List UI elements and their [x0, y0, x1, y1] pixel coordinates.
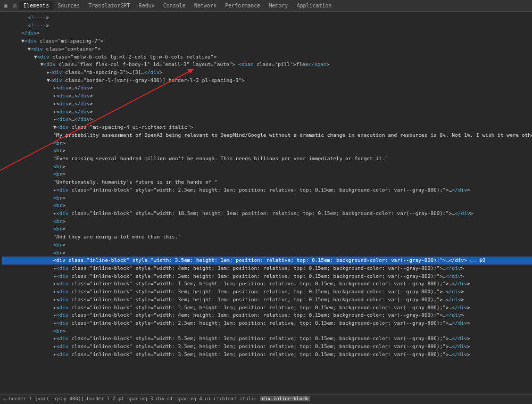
devtools-tab-elements[interactable]: Elements — [19, 1, 53, 10]
inspect-icon[interactable]: ▣ — [2, 3, 10, 9]
devtools-tab-application[interactable]: Application — [292, 1, 336, 10]
device-icon[interactable]: ⧉ — [11, 3, 18, 9]
devtools-tab-memory[interactable]: Memory — [264, 1, 292, 10]
devtools-tabbar: ▣ ⧉ ElementsSourcesTranslatorGPTReduxCon… — [0, 0, 532, 12]
devtools-tab-console[interactable]: Console — [159, 1, 190, 10]
breadcrumb[interactable]: … border-l-[var(--gray-400)].border-l-2.… — [0, 394, 532, 404]
devtools-tab-performance[interactable]: Performance — [221, 1, 264, 10]
devtools-tab-translatorgpt[interactable]: TranslatorGPT — [84, 1, 134, 10]
devtools-tab-redux[interactable]: Redux — [135, 1, 159, 10]
devtools-tab-sources[interactable]: Sources — [53, 1, 84, 10]
chrome-devtools: ▣ ⧉ ElementsSourcesTranslatorGPTReduxCon… — [0, 0, 532, 404]
elements-tree[interactable]: <!----><!----></div>▼<div class="mt-spac… — [0, 12, 532, 394]
devtools-tab-network[interactable]: Network — [190, 1, 221, 10]
